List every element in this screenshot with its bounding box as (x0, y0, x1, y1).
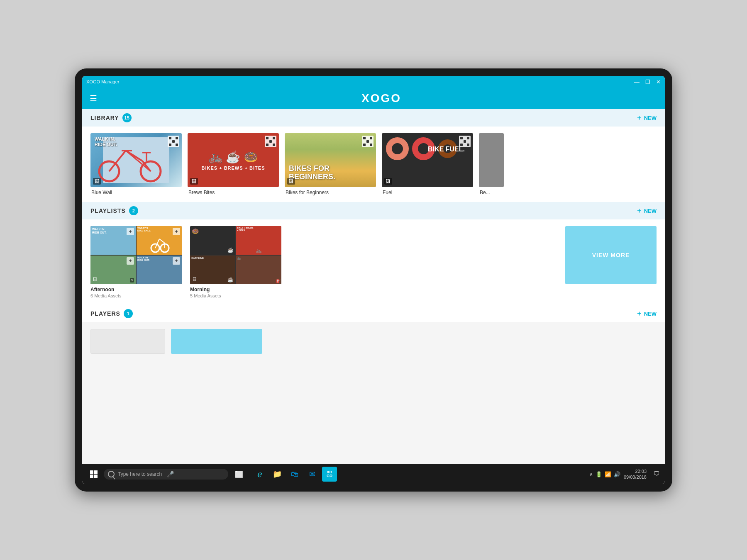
image-type-icon-2: 🖼 (190, 178, 198, 185)
morning-sub-text: 5 Media Assets (190, 293, 281, 298)
task-view-button[interactable]: ⬜ (232, 467, 247, 482)
library-title-group: LIBRARY 15 (90, 113, 132, 122)
view-more-card[interactable]: VIEW MORE (565, 226, 657, 284)
players-content (82, 322, 665, 360)
plus-overlay-3: + (127, 257, 134, 265)
chevron-up-icon[interactable]: ∧ (589, 471, 593, 477)
library-item-bikes-beginners[interactable]: BIKES FORBEGINNERS. 🖼 Bikes for Beginner… (285, 133, 376, 195)
minimize-button[interactable]: — (634, 79, 640, 85)
players-title-group: PLAYERS 1 (90, 309, 133, 318)
library-item-brews-bites[interactable]: 🚲 ☕ 🍩 BIKES + BREWS + BITES 🖼 Brews Bite… (188, 133, 279, 195)
network-icon: 📶 (605, 471, 611, 477)
partial-thumb (479, 133, 504, 187)
afternoon-sub-4: WALK INRIDE OUT. + (137, 256, 182, 284)
clock-date: 09/03/2018 (624, 474, 647, 480)
playlists-grid: WALK INRIDE OUT. + TODAY'SBIKE SALE (82, 219, 665, 305)
playlist-afternoon[interactable]: WALK INRIDE OUT. + TODAY'SBIKE SALE (90, 226, 182, 298)
library-new-button[interactable]: ＋ NEW (636, 114, 657, 122)
taskbar-mic-icon: 🎤 (167, 471, 174, 477)
beginners-title: Bikes for Beginners (285, 190, 376, 195)
morning-thumb: 🍩 ☕ BIKES + BREWS+ BITES 🚲 🖥 CAFFEINE ☕ (190, 226, 281, 284)
plus-overlay-2: + (173, 228, 180, 235)
windows-logo (90, 470, 98, 478)
morning-sub-1: 🍩 ☕ (190, 226, 235, 255)
library-grid: WALK IN.RIDE OUT. 🖼 Blue Wall (82, 127, 665, 202)
library-new-plus-icon: ＋ (636, 114, 642, 122)
afternoon-sub-text: 6 Media Assets (90, 293, 182, 298)
monitor-icon-1: 🖥 (92, 276, 98, 282)
library-item-blue-wall[interactable]: WALK IN.RIDE OUT. 🖼 Blue Wall (90, 133, 182, 195)
taskbar-pinned-icons: ℯ 📁 🛍 ✉ XO GO (252, 467, 337, 482)
players-new-label: NEW (644, 311, 657, 317)
afternoon-sub-1: WALK INRIDE OUT. + (90, 226, 136, 255)
players-title: PLAYERS (90, 310, 120, 317)
edge-icon[interactable]: ℯ (252, 467, 267, 482)
brews-thumb: 🚲 ☕ 🍩 BIKES + BREWS + BITES 🖼 (188, 133, 279, 187)
library-new-label: NEW (644, 115, 657, 121)
image-type-icon-3: 🖼 (287, 178, 295, 185)
clock-time: 22:03 (624, 468, 647, 474)
blue-wall-title: Blue Wall (90, 190, 182, 195)
plus-overlay-4: + (173, 257, 180, 265)
menu-button[interactable]: ☰ (90, 93, 97, 103)
fuel-title: Fuel (382, 190, 473, 195)
playlists-new-label: NEW (644, 208, 657, 214)
playlists-title: PLAYLISTS (90, 207, 126, 214)
library-title: LIBRARY (90, 114, 119, 121)
players-badge: 1 (124, 309, 133, 318)
image-type-icon-4: 🖼 (384, 178, 392, 185)
qr-indicator-3 (362, 136, 374, 147)
playlist-morning[interactable]: 🍩 ☕ BIKES + BREWS+ BITES 🚲 🖥 CAFFEINE ☕ (190, 226, 281, 298)
xogo-icon[interactable]: XO GO (322, 467, 337, 482)
player-card-2[interactable] (171, 329, 262, 354)
beginners-text: BIKES FORBEGINNERS. (289, 165, 335, 181)
title-bar-text: XOGO Manager (86, 79, 634, 84)
store-icon[interactable]: 🛍 (287, 467, 302, 482)
blue-wall-thumb: WALK IN.RIDE OUT. 🖼 (90, 133, 182, 187)
start-button[interactable] (87, 467, 100, 481)
afternoon-thumb: WALK INRIDE OUT. + TODAY'SBIKE SALE (90, 226, 182, 284)
title-bar: XOGO Manager — ❐ ✕ (82, 76, 665, 88)
plus-overlay-1: + (127, 228, 134, 235)
morning-sub-3: 🖥 CAFFEINE ☕ (190, 256, 235, 284)
beginners-thumb: BIKES FORBEGINNERS. 🖼 (285, 133, 376, 187)
app-header: ☰ XOGO (82, 88, 665, 109)
playlists-new-button[interactable]: ＋ NEW (636, 207, 657, 215)
notification-icon[interactable]: 🗨 (653, 470, 660, 478)
players-new-plus-icon: ＋ (636, 309, 642, 318)
library-section-header: LIBRARY 15 ＋ NEW (82, 109, 665, 127)
taskbar-search-icon (108, 471, 115, 477)
morning-sub-2: BIKES + BREWS+ BITES 🚲 (236, 226, 281, 255)
mail-icon[interactable]: ✉ (305, 467, 320, 482)
playlists-new-plus-icon: ＋ (636, 207, 642, 215)
monitor-icon-2: 🖥 (192, 276, 198, 282)
view-more-text: VIEW MORE (592, 252, 630, 258)
library-item-fuel[interactable]: BIKE FUEL. 🖼 Fuel (382, 133, 473, 195)
library-item-partial[interactable]: Be... (479, 133, 504, 195)
app-logo: XOGO (105, 92, 657, 105)
main-content: LIBRARY 15 ＋ NEW (82, 109, 665, 464)
taskbar-search-text: Type here to search (118, 471, 162, 477)
afternoon-sub-2: TODAY'SBIKE SALE + (137, 226, 182, 255)
afternoon-title: Afternoon (90, 287, 182, 292)
svg-line-12 (159, 239, 165, 243)
taskbar-clock[interactable]: 22:03 09/03/2018 (624, 468, 647, 480)
players-section-header: PLAYERS 1 ＋ NEW (82, 305, 665, 322)
close-button[interactable]: ✕ (656, 79, 661, 85)
taskbar-search-box[interactable]: Type here to search 🎤 (104, 469, 228, 480)
image-type-icon: 🖼 (93, 178, 101, 185)
players-new-button[interactable]: ＋ NEW (636, 309, 657, 318)
morning-title: Morning (190, 287, 281, 292)
brews-title: Brews Bites (188, 190, 279, 195)
afternoon-sub-3: 🖥 3 + (90, 256, 136, 284)
files-icon[interactable]: 📁 (270, 467, 285, 482)
title-bar-controls: — ❐ ✕ (634, 79, 661, 85)
qr-indicator (168, 136, 179, 147)
playlists-section-header: PLAYLISTS 2 ＋ NEW (82, 202, 665, 219)
playlists-title-group: PLAYLISTS 2 (90, 206, 138, 215)
restore-button[interactable]: ❐ (645, 79, 650, 85)
brews-icons: 🚲 ☕ 🍩 (201, 150, 265, 164)
fuel-thumb: BIKE FUEL. 🖼 (382, 133, 473, 187)
qr-indicator-4 (459, 136, 471, 147)
player-card[interactable] (90, 329, 165, 354)
